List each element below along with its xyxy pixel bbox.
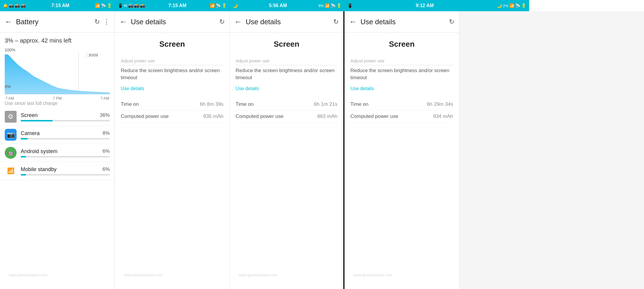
use-details-toolbar-1: ← Use details ↻ [115, 11, 229, 33]
camera-name-row: Camera 8% [21, 130, 110, 137]
screen-bar-fill [21, 120, 53, 121]
computed-power-label-2: Computed power use [236, 113, 284, 119]
android-pct: 6% [102, 148, 110, 154]
notification-icon-6: ✉ [124, 3, 127, 8]
adjust-label-3: Adjust power use [350, 58, 453, 65]
sb1-right-icons: 📶 📡 🔋 [95, 3, 112, 8]
use-details-back-button-2[interactable]: ← [234, 17, 242, 26]
use-details-content-1: Screen Adjust power use Reduce the scree… [115, 33, 229, 289]
sb4-right-icons: 🌙 2% 📶 📡 🔋 [497, 3, 526, 8]
computed-power-value-1: 935 mAh [203, 113, 223, 119]
usage-item-camera[interactable]: 📷 Camera 8% [0, 126, 115, 144]
battery-chart-svg [5, 53, 110, 94]
notification-icon-1: 🔔 [3, 3, 8, 8]
computed-power-value-3: 934 mAh [433, 113, 453, 119]
notification-icon-4: 📸 [21, 3, 26, 8]
android-name: Android system [21, 148, 57, 155]
adjust-description-3: Reduce the screen brightness and/or scre… [350, 67, 453, 81]
time-on-label-3: Time on [350, 101, 368, 107]
standby-bar-fill [21, 174, 26, 176]
chart-top-label: 100% [5, 48, 15, 52]
computed-power-label-3: Computed power use [350, 113, 398, 119]
wifi-icon: 📶 [95, 3, 100, 8]
use-details-link-2[interactable]: Use details [236, 86, 337, 91]
use-details-back-button-3[interactable]: ← [349, 17, 357, 26]
usage-item-standby[interactable]: 📶 Mobile standby 6% [0, 162, 115, 180]
screen-title-1: Screen [121, 40, 223, 49]
sb3-left-icons: 🌙 [233, 3, 238, 8]
battery-back-button[interactable]: ← [5, 17, 12, 26]
use-details-refresh-icon-2[interactable]: ↻ [333, 18, 339, 26]
android-icon: 🤖 [5, 147, 17, 159]
battery-icon-2: 🔋 [222, 3, 227, 8]
chart-x-label-1: 7 AM [5, 96, 14, 100]
time-on-label-1: Time on [121, 101, 139, 107]
battery-icon-4: 🔋 [521, 3, 526, 8]
camera-icon: 📷 [5, 129, 17, 141]
chart-x-label-2: 7 PM [53, 96, 62, 100]
battery-icon: 🔋 [107, 3, 112, 8]
wifi-icon-3: 📶 [325, 3, 330, 8]
time-on-value-2: 6h 1m 21s [314, 101, 337, 107]
use-details-content-3: Screen Adjust power use Reduce the scree… [344, 33, 459, 289]
notification-icon-3: 📸 [15, 3, 20, 8]
use-details-back-button-1[interactable]: ← [120, 17, 127, 26]
computed-power-label-1: Computed power use [121, 113, 169, 119]
adjust-label-1: Adjust power use [121, 58, 223, 65]
sb3-right-icons: 9% 📶 📡 🔋 [318, 3, 342, 8]
use-details-panel-3: ← Use details ↻ Screen Adjust power use … [344, 11, 459, 289]
usage-item-screen[interactable]: ⚙ Screen 36% [0, 108, 115, 126]
sb1-left-icons: 🔔 📷 📸 📸 [3, 3, 26, 8]
notification-icon-5: 📱 [118, 3, 123, 8]
screen-pct: 36% [100, 112, 110, 118]
sb3-battery-pct: 9% [318, 4, 324, 8]
screen-icon: ⚙ [5, 111, 17, 123]
use-details-title-1: Use details [131, 18, 216, 26]
android-bar-fill [21, 156, 26, 158]
notification-icon-10: 📱 [347, 3, 352, 8]
usage-item-android[interactable]: 🤖 Android system 6% [0, 144, 115, 162]
battery-panel: ← Battery ↻ ⋮ 3% – approx. 42 mins left … [0, 11, 115, 289]
notification-icon-7: 📷 [128, 3, 133, 8]
status-bar-1: 🔔 📷 📸 📸 7:15 AM 📶 📡 🔋 [0, 0, 115, 11]
screen-name: Screen [21, 112, 38, 118]
wifi-icon-2: 📶 [210, 3, 215, 8]
adjust-label-2: Adjust power use [236, 58, 337, 65]
use-details-title-3: Use details [360, 18, 445, 26]
time-on-row-2: Time on 6h 1m 21s [236, 98, 337, 111]
use-details-link-3[interactable]: Use details [350, 86, 453, 91]
standby-name: Mobile standby [21, 166, 57, 173]
battery-toolbar: ← Battery ↻ ⋮ [0, 11, 115, 33]
battery-icon-3: 🔋 [337, 3, 342, 8]
wifi-icon-4: 📶 [509, 3, 514, 8]
use-details-refresh-icon-1[interactable]: ↻ [219, 18, 225, 26]
use-details-refresh-icon-3[interactable]: ↻ [449, 18, 454, 26]
time-on-value-1: 6h 8m 39s [200, 101, 223, 107]
camera-bar-fill [21, 138, 28, 139]
android-info: Android system 6% [21, 148, 110, 158]
camera-pct: 8% [102, 130, 110, 136]
chart-x-label-3: 7 AM [100, 96, 109, 100]
standby-info: Mobile standby 6% [21, 166, 110, 176]
sb1-time: 7:15 AM [51, 3, 70, 8]
sb4-time: 9:12 AM [416, 3, 434, 8]
signal-icon-4: 📡 [515, 3, 520, 8]
battery-title: Battery [16, 18, 91, 26]
use-details-panel-1: ← Use details ↻ Screen Adjust power use … [115, 11, 230, 289]
screen-bar-track [21, 120, 110, 121]
watermark-1: www.geekysplash.com [9, 273, 48, 277]
use-details-link-1[interactable]: Use details [121, 86, 223, 91]
notification-icon-9: 📸 [140, 3, 145, 8]
use-details-title-2: Use details [246, 18, 330, 26]
time-on-row-1: Time on 6h 8m 39s [121, 98, 223, 111]
use-details-toolbar-2: ← Use details ↻ [230, 11, 343, 33]
battery-menu-icon[interactable]: ⋮ [103, 18, 110, 26]
use-details-content-2: Screen Adjust power use Reduce the scree… [230, 33, 343, 289]
screen-info: Screen 36% [21, 112, 110, 121]
sb2-right-icons: 📶 📡 🔋 [210, 3, 227, 8]
notification-icon-8: 📸 [134, 3, 139, 8]
camera-info: Camera 8% [21, 130, 110, 139]
screen-title-2: Screen [236, 40, 337, 49]
time-on-label-2: Time on [236, 101, 254, 107]
battery-refresh-icon[interactable]: ↻ [94, 18, 100, 26]
